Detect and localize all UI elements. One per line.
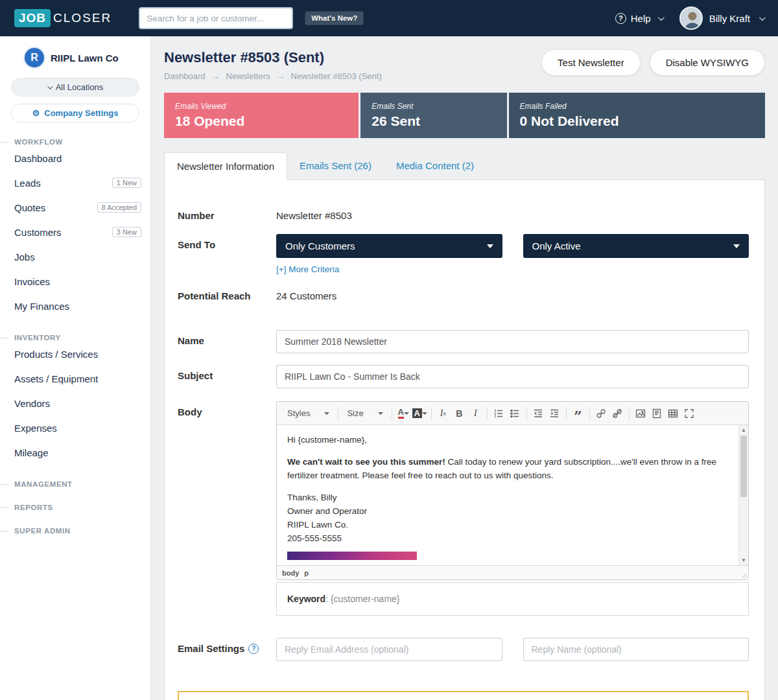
potential-reach-value: 24 Customers bbox=[276, 285, 749, 301]
scrollbar-thumb[interactable] bbox=[740, 436, 747, 497]
editor-content[interactable]: Hi {customer-name}, We can't wait to see… bbox=[277, 425, 738, 565]
whats-new-button[interactable]: What's New? bbox=[305, 11, 364, 25]
sidebar-item-quotes[interactable]: Quotes 8 Accepted bbox=[0, 195, 150, 220]
sidebar-badge: 1 New bbox=[112, 178, 141, 188]
global-search-input[interactable] bbox=[139, 7, 293, 29]
disable-wysiwyg-button[interactable]: Disable WYSIWYG bbox=[650, 49, 765, 76]
subject-input[interactable] bbox=[276, 365, 749, 388]
insert-table-icon[interactable] bbox=[665, 405, 681, 421]
app-logo[interactable]: JOB CLOSER bbox=[14, 9, 112, 27]
email-paragraph: We can't wait to see you this summer! Ca… bbox=[287, 456, 728, 482]
body-label: Body bbox=[178, 401, 276, 417]
email-signature-line: RIIPL Lawn Co. bbox=[287, 519, 728, 532]
toolbar-separator bbox=[566, 407, 567, 420]
styles-combo[interactable]: Styles bbox=[282, 406, 335, 421]
breadcrumb-newsletters[interactable]: Newsletters bbox=[226, 71, 270, 81]
path-element-p[interactable]: p bbox=[304, 569, 309, 577]
increase-indent-icon[interactable] bbox=[547, 405, 563, 421]
newsletter-form-panel: Number Newsletter #8503 Send To Only Cus… bbox=[164, 180, 765, 700]
name-label: Name bbox=[178, 330, 276, 346]
tab-emails-sent[interactable]: Emails Sent (26) bbox=[287, 152, 384, 180]
stat-emails-failed: Emails Failed 0 Not Delivered bbox=[509, 93, 765, 138]
locations-label: All Locations bbox=[56, 82, 104, 92]
sidebar-item-my-finances[interactable]: My Finances bbox=[0, 294, 150, 318]
sidebar-item-expenses[interactable]: Expenses bbox=[0, 415, 150, 440]
editor-scrollbar[interactable]: ▲ ▼ bbox=[738, 425, 748, 565]
chevron-down-icon bbox=[759, 14, 766, 21]
resize-grip[interactable] bbox=[740, 572, 747, 578]
send-to-dropdown[interactable]: Only Customers bbox=[276, 234, 502, 258]
company-name: RIIPL Lawn Co bbox=[51, 52, 119, 64]
text-color-icon[interactable]: A bbox=[395, 405, 412, 421]
tab-newsletter-information[interactable]: Newsletter Information bbox=[164, 152, 287, 180]
caret-down-icon bbox=[324, 412, 329, 415]
sidebar-item-label: Expenses bbox=[14, 423, 57, 434]
wysiwyg-editor: Styles Size A A bbox=[276, 401, 749, 580]
toolbar-separator bbox=[338, 407, 338, 420]
sidebar-item-label: Mileage bbox=[14, 447, 49, 458]
sidebar-item-vendors[interactable]: Vendors bbox=[0, 391, 150, 415]
send-to-filter-dropdown[interactable]: Only Active bbox=[523, 234, 749, 258]
blockquote-icon[interactable]: ” bbox=[570, 405, 586, 421]
sidebar-item-mileage[interactable]: Mileage bbox=[0, 440, 150, 465]
sidebar-item-customers[interactable]: Customers 3 New bbox=[0, 220, 150, 244]
section-super-admin[interactable]: SUPER ADMIN bbox=[0, 527, 150, 535]
more-criteria-link[interactable]: [+] More Criteria bbox=[276, 264, 339, 274]
sidebar-item-dashboard[interactable]: Dashboard bbox=[0, 146, 150, 170]
section-management[interactable]: MANAGEMENT bbox=[0, 480, 150, 488]
help-tooltip-icon[interactable]: ? bbox=[248, 644, 259, 654]
main-content: Newsletter #8503 (Sent) Dashboard → News… bbox=[151, 36, 778, 700]
background-color-icon[interactable]: A bbox=[412, 405, 428, 421]
stat-value: 0 Not Delivered bbox=[520, 113, 754, 129]
toolbar-separator bbox=[487, 407, 488, 420]
keyword-value: : {customer-name} bbox=[325, 594, 399, 604]
insert-image-icon[interactable] bbox=[633, 405, 649, 421]
path-element-body[interactable]: body bbox=[282, 569, 299, 577]
scroll-up-icon[interactable]: ▲ bbox=[739, 425, 748, 435]
breadcrumb-dashboard[interactable]: Dashboard bbox=[164, 71, 206, 81]
bold-icon[interactable]: B bbox=[451, 405, 467, 421]
maximize-icon[interactable] bbox=[681, 405, 698, 421]
breadcrumb-arrow-icon: → bbox=[276, 71, 285, 81]
sidebar-item-label: Customers bbox=[14, 227, 62, 238]
email-settings-label: Email Settings bbox=[178, 643, 244, 654]
unlink-icon[interactable] bbox=[609, 405, 626, 421]
user-name: Billy Kraft bbox=[709, 13, 750, 24]
insert-template-icon[interactable] bbox=[649, 405, 665, 421]
link-icon[interactable] bbox=[593, 405, 609, 421]
reply-email-input[interactable] bbox=[276, 638, 502, 661]
sidebar-item-label: Quotes bbox=[14, 202, 45, 213]
company-settings-button[interactable]: ⚙ Company Settings bbox=[11, 104, 139, 122]
user-menu[interactable]: Billy Kraft bbox=[679, 6, 764, 30]
bulleted-list-icon[interactable] bbox=[507, 405, 523, 421]
logo-job: JOB bbox=[14, 9, 51, 27]
sidebar-item-invoices[interactable]: Invoices bbox=[0, 269, 150, 294]
sidebar-item-label: My Finances bbox=[14, 301, 69, 312]
tab-bar: Newsletter Information Emails Sent (26) … bbox=[164, 152, 765, 180]
locations-dropdown[interactable]: All Locations bbox=[11, 78, 139, 97]
sidebar-item-leads[interactable]: Leads 1 New bbox=[0, 170, 150, 195]
help-menu[interactable]: ? Help bbox=[615, 13, 663, 24]
size-combo[interactable]: Size bbox=[342, 406, 388, 421]
section-workflow: WORKFLOW bbox=[0, 138, 150, 146]
editor-path-bar: body p bbox=[277, 565, 748, 579]
italic-icon[interactable]: I bbox=[467, 405, 484, 421]
sidebar-item-products-services[interactable]: Products / Services bbox=[0, 342, 150, 366]
scroll-down-icon[interactable]: ▼ bbox=[739, 555, 748, 565]
decrease-indent-icon[interactable] bbox=[530, 405, 547, 421]
stat-caption: Emails Failed bbox=[520, 102, 754, 111]
toolbar-separator bbox=[431, 407, 432, 420]
reply-name-input[interactable] bbox=[523, 638, 749, 661]
subject-label: Subject bbox=[178, 365, 276, 381]
sidebar-item-label: Dashboard bbox=[14, 153, 62, 164]
newsletter-name-input[interactable] bbox=[276, 330, 749, 353]
section-reports[interactable]: REPORTS bbox=[0, 504, 150, 511]
keyword-label: Keyword bbox=[287, 594, 325, 604]
numbered-list-icon[interactable] bbox=[491, 405, 507, 421]
remove-format-icon[interactable]: Ix bbox=[435, 405, 451, 421]
sidebar-item-assets-equipment[interactable]: Assets / Equipment bbox=[0, 366, 150, 391]
test-newsletter-button[interactable]: Test Newsletter bbox=[541, 49, 641, 76]
sidebar-item-jobs[interactable]: Jobs bbox=[0, 244, 150, 269]
sidebar-item-label: Invoices bbox=[14, 276, 50, 287]
tab-media-content[interactable]: Media Content (2) bbox=[384, 152, 486, 180]
